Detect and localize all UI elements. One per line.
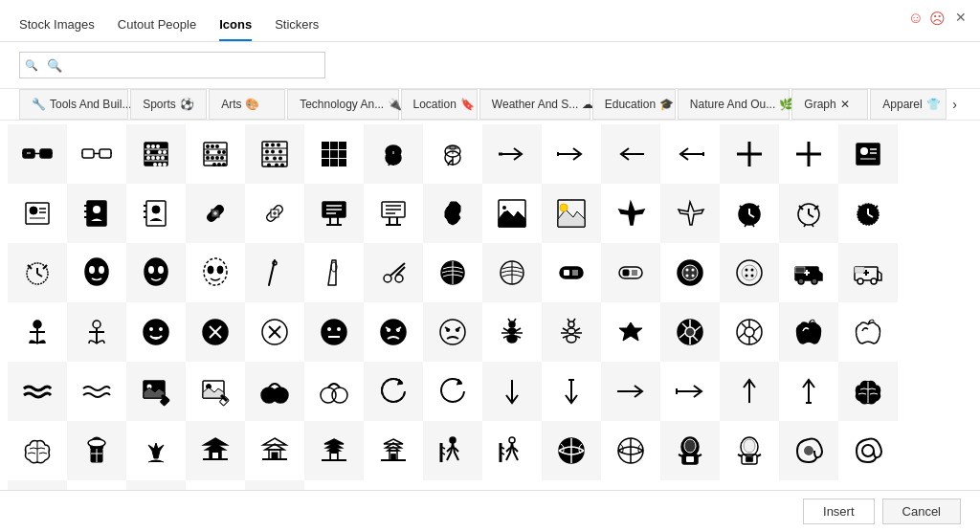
- icon-cell[interactable]: [482, 421, 542, 480]
- category-tab-education[interactable]: Education 🎓: [592, 89, 676, 120]
- category-next-button[interactable]: ›: [948, 89, 961, 120]
- icon-cell[interactable]: [67, 362, 126, 421]
- icon-cell[interactable]: [779, 124, 838, 184]
- icon-cell[interactable]: [660, 421, 720, 480]
- category-tab-graph[interactable]: Graph ✕: [791, 89, 868, 120]
- category-tab-location[interactable]: Location 🔖: [401, 89, 478, 120]
- icon-cell[interactable]: [245, 302, 304, 362]
- icon-cell[interactable]: [779, 421, 838, 480]
- icon-cell[interactable]: [364, 362, 423, 421]
- icon-cell[interactable]: [304, 184, 364, 243]
- icon-cell[interactable]: [245, 421, 304, 480]
- icon-cell[interactable]: [482, 302, 542, 362]
- icon-cell[interactable]: [186, 124, 245, 184]
- icon-cell[interactable]: [482, 124, 542, 184]
- category-tab-sports[interactable]: Sports ⚽: [130, 89, 207, 120]
- icon-cell[interactable]: [126, 243, 186, 302]
- icon-cell[interactable]: [126, 362, 186, 421]
- icon-cell[interactable]: [601, 243, 660, 302]
- icon-cell[interactable]: [779, 243, 838, 302]
- close-button[interactable]: ✕: [955, 10, 967, 25]
- icon-cell[interactable]: [67, 302, 126, 362]
- icon-cell[interactable]: [245, 243, 304, 302]
- icon-cell[interactable]: [364, 421, 423, 480]
- icon-cell[interactable]: [720, 421, 779, 480]
- icon-cell[interactable]: [660, 243, 720, 302]
- icon-cell[interactable]: [542, 362, 601, 421]
- cancel-button[interactable]: Cancel: [882, 499, 961, 524]
- icon-cell[interactable]: [720, 124, 779, 184]
- icon-cell[interactable]: [601, 421, 660, 480]
- icon-cell[interactable]: [186, 302, 245, 362]
- category-tab-technology[interactable]: Technology An... 🔌: [287, 89, 398, 120]
- icon-cell[interactable]: [720, 243, 779, 302]
- icon-cell[interactable]: [304, 421, 364, 480]
- icon-cell[interactable]: [660, 362, 720, 421]
- icon-cell[interactable]: [126, 421, 186, 480]
- category-tab-tools[interactable]: 🔧 Tools And Buil...: [19, 89, 128, 120]
- category-tab-weather[interactable]: Weather And S... ☁: [479, 89, 590, 120]
- icon-cell[interactable]: [8, 124, 67, 184]
- category-tab-arts[interactable]: Arts 🎨: [209, 89, 285, 120]
- icon-cell[interactable]: [186, 184, 245, 243]
- icon-cell[interactable]: [186, 421, 245, 480]
- icon-cell[interactable]: [364, 124, 423, 184]
- icon-cell[interactable]: [482, 362, 542, 421]
- icon-cell[interactable]: [304, 480, 364, 490]
- icon-cell[interactable]: [304, 302, 364, 362]
- category-tab-nature[interactable]: Nature And Ou... 🌿: [678, 89, 791, 120]
- icon-cell[interactable]: [304, 362, 364, 421]
- icon-cell[interactable]: [245, 124, 304, 184]
- icon-cell[interactable]: [304, 243, 364, 302]
- icon-cell[interactable]: [186, 480, 245, 490]
- icon-cell[interactable]: [8, 184, 67, 243]
- icon-cell[interactable]: [67, 243, 126, 302]
- icons-grid-container[interactable]: [0, 121, 980, 490]
- icon-cell[interactable]: [542, 421, 601, 480]
- icon-cell[interactable]: [67, 184, 126, 243]
- tab-stickers[interactable]: Stickers: [275, 11, 319, 41]
- happy-face-icon[interactable]: ☺: [908, 10, 924, 28]
- tab-cutout-people[interactable]: Cutout People: [118, 11, 196, 41]
- icon-cell[interactable]: [601, 302, 660, 362]
- icon-cell[interactable]: [423, 302, 482, 362]
- icon-cell[interactable]: [601, 362, 660, 421]
- icon-cell[interactable]: [838, 302, 898, 362]
- icon-cell[interactable]: [838, 124, 898, 184]
- icon-cell[interactable]: [364, 184, 423, 243]
- icon-cell[interactable]: [838, 243, 898, 302]
- icon-cell[interactable]: [186, 243, 245, 302]
- icon-cell[interactable]: [245, 480, 304, 490]
- icon-cell[interactable]: [67, 480, 126, 490]
- icon-cell[interactable]: [482, 184, 542, 243]
- icon-cell[interactable]: [542, 184, 601, 243]
- icon-cell[interactable]: [67, 124, 126, 184]
- icon-cell[interactable]: [364, 302, 423, 362]
- icon-cell[interactable]: [67, 421, 126, 480]
- icon-cell[interactable]: [720, 184, 779, 243]
- icon-cell[interactable]: [542, 124, 601, 184]
- icon-cell[interactable]: [245, 184, 304, 243]
- icon-cell[interactable]: [542, 302, 601, 362]
- tab-icons[interactable]: Icons: [219, 11, 252, 41]
- icon-cell[interactable]: [838, 421, 898, 480]
- icon-cell[interactable]: [720, 362, 779, 421]
- icon-cell[interactable]: [779, 184, 838, 243]
- icon-cell[interactable]: [8, 362, 67, 421]
- icon-cell[interactable]: [8, 243, 67, 302]
- sad-face-icon[interactable]: ☹: [929, 10, 946, 28]
- icon-cell[interactable]: [8, 421, 67, 480]
- icon-cell[interactable]: [304, 124, 364, 184]
- icon-cell[interactable]: [660, 184, 720, 243]
- icon-cell[interactable]: [482, 243, 542, 302]
- icon-cell[interactable]: [720, 302, 779, 362]
- icon-cell[interactable]: [8, 302, 67, 362]
- icon-cell[interactable]: [423, 362, 482, 421]
- icon-cell[interactable]: [186, 362, 245, 421]
- icon-cell[interactable]: [8, 480, 67, 490]
- icon-cell[interactable]: [126, 302, 186, 362]
- icon-cell[interactable]: [779, 362, 838, 421]
- category-tab-apparel[interactable]: Apparel 👕: [870, 89, 947, 120]
- icon-cell[interactable]: [660, 124, 720, 184]
- icon-cell[interactable]: [838, 362, 898, 421]
